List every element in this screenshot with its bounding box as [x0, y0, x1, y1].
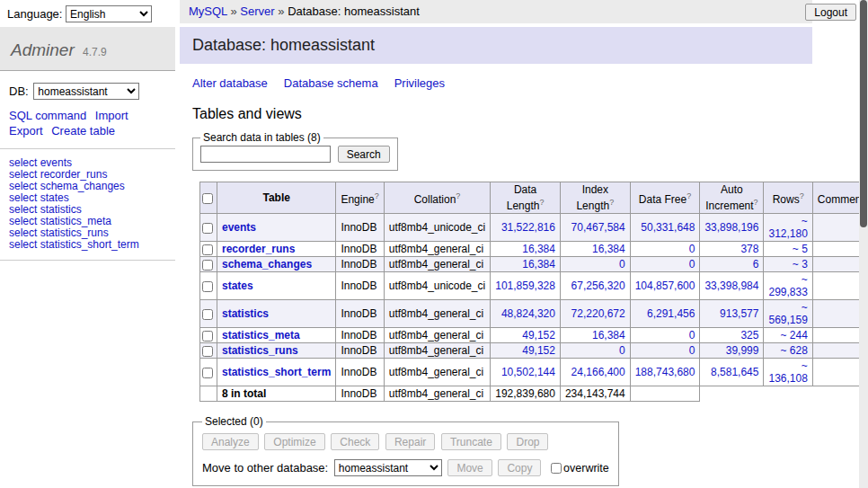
row-checkbox-recorder_runs[interactable] [202, 244, 213, 255]
search-input[interactable] [200, 146, 331, 163]
data-length-link[interactable]: 16,384 [522, 258, 555, 271]
drop-button[interactable]: Drop [507, 433, 548, 450]
sidebar-select-statistics[interactable]: select statistics [9, 204, 166, 216]
column-header-rows[interactable]: Rows? [764, 182, 812, 214]
help-hint-icon[interactable]: ? [609, 198, 614, 207]
column-header-index-length[interactable]: Index Length? [560, 182, 630, 214]
truncate-button[interactable]: Truncate [441, 433, 501, 450]
rows-link[interactable]: ~ 628 [780, 344, 807, 357]
index-length-link[interactable]: 70,467,584 [571, 221, 625, 234]
index-length-link[interactable]: 72,220,672 [571, 307, 625, 320]
scrollbar-thumb[interactable] [860, 0, 867, 227]
sidebar-select-statistics-meta[interactable]: select statistics_meta [9, 216, 166, 227]
language-select[interactable]: English [66, 5, 152, 22]
help-hint-icon[interactable]: ? [754, 198, 758, 207]
table-name-link-statistics[interactable]: statistics [222, 307, 269, 320]
sidebar-select-statistics-short-term[interactable]: select statistics_short_term [9, 239, 166, 251]
analyze-button[interactable]: Analyze [202, 433, 259, 450]
help-hint-icon[interactable]: ? [456, 191, 460, 200]
column-header-data-free[interactable]: Data Free? [630, 182, 700, 214]
index-length-link[interactable]: 0 [619, 344, 625, 357]
help-hint-icon[interactable]: ? [800, 191, 804, 200]
sidebar-select-recorder-runs[interactable]: select recorder_runs [9, 169, 166, 181]
optimize-button[interactable]: Optimize [264, 433, 324, 450]
data-free-link[interactable]: 6,291,456 [647, 307, 695, 320]
check-button[interactable]: Check [331, 433, 379, 450]
data-free-link[interactable]: 188,743,680 [635, 366, 695, 378]
auto-increment-link[interactable]: 33,898,196 [704, 221, 758, 234]
row-checkbox-statistics[interactable] [202, 309, 213, 320]
column-header-data-length[interactable]: Data Length? [491, 182, 561, 214]
create-table-link[interactable]: Create table [51, 124, 115, 138]
sidebar-select-schema-changes[interactable]: select schema_changes [9, 181, 166, 192]
move-button[interactable]: Move [447, 459, 492, 476]
rows-link[interactable]: ~ 5 [793, 243, 808, 255]
alter-database-link[interactable]: Alter database [192, 76, 268, 90]
table-name-link-statistics_meta[interactable]: statistics_meta [222, 329, 300, 342]
data-length-link[interactable]: 31,522,816 [501, 221, 555, 234]
data-length-link[interactable]: 101,859,328 [495, 279, 555, 292]
logout-button[interactable]: Logout [805, 4, 856, 21]
data-free-link[interactable]: 0 [689, 344, 695, 357]
data-length-link[interactable]: 16,384 [522, 243, 555, 255]
database-schema-link[interactable]: Database schema [284, 76, 378, 90]
column-header-engine[interactable]: Engine? [336, 182, 384, 214]
index-length-link[interactable]: 24,166,400 [571, 366, 625, 378]
row-checkbox-statistics_runs[interactable] [202, 346, 213, 357]
rows-link[interactable]: ~ 136,108 [768, 359, 807, 385]
export-link[interactable]: Export [9, 124, 43, 138]
breadcrumb-link-mysql[interactable]: MySQL [189, 4, 227, 18]
select-all-checkbox[interactable] [202, 193, 213, 204]
index-length-link[interactable]: 67,256,320 [571, 279, 625, 292]
help-hint-icon[interactable]: ? [375, 191, 379, 200]
table-name-link-recorder_runs[interactable]: recorder_runs [222, 243, 295, 255]
data-length-link[interactable]: 48,824,320 [501, 307, 555, 320]
row-checkbox-states[interactable] [202, 281, 213, 292]
auto-increment-link[interactable]: 913,577 [720, 307, 758, 320]
app-name-link[interactable]: Adminer [11, 40, 75, 59]
table-name-link-events[interactable]: events [222, 221, 256, 234]
auto-increment-link[interactable]: 6 [753, 258, 759, 271]
auto-increment-link[interactable]: 33,398,984 [704, 279, 758, 292]
auto-increment-link[interactable]: 8,581,645 [711, 366, 758, 378]
sql-command-link[interactable]: SQL command [9, 109, 86, 122]
overwrite-checkbox[interactable] [551, 463, 562, 474]
row-checkbox-schema_changes[interactable] [202, 260, 213, 271]
data-free-link[interactable]: 0 [689, 243, 695, 255]
repair-button[interactable]: Repair [385, 433, 435, 450]
sidebar-select-statistics-runs[interactable]: select statistics_runs [9, 227, 166, 239]
search-button[interactable]: Search [338, 146, 390, 163]
data-length-link[interactable]: 10,502,144 [501, 366, 555, 378]
sidebar-select-events[interactable]: select events [9, 157, 166, 169]
index-length-link[interactable]: 16,384 [592, 243, 625, 255]
scrollbar[interactable] [859, 0, 868, 488]
rows-link[interactable]: ~ 299,833 [768, 273, 807, 298]
db-select[interactable]: homeassistant [33, 83, 139, 100]
rows-link[interactable]: ~ 312,180 [768, 215, 807, 240]
data-free-link[interactable]: 104,857,600 [635, 279, 695, 292]
data-free-link[interactable]: 0 [689, 329, 695, 342]
breadcrumb-link-server[interactable]: Server [240, 4, 274, 18]
rows-link[interactable]: ~ 3 [793, 258, 808, 271]
data-length-link[interactable]: 49,152 [522, 344, 555, 357]
data-free-link[interactable]: 0 [689, 258, 695, 271]
row-checkbox-events[interactable] [202, 223, 213, 234]
index-length-link[interactable]: 0 [619, 258, 625, 271]
auto-increment-link[interactable]: 378 [740, 243, 758, 255]
import-link[interactable]: Import [95, 109, 128, 122]
column-header-collation[interactable]: Collation? [384, 182, 490, 214]
auto-increment-link[interactable]: 39,999 [726, 344, 759, 357]
sidebar-select-states[interactable]: select states [9, 192, 166, 204]
data-free-link[interactable]: 50,331,648 [641, 221, 695, 234]
column-header-table[interactable]: Table [217, 182, 336, 214]
table-name-link-statistics_short_term[interactable]: statistics_short_term [222, 366, 331, 378]
rows-link[interactable]: ~ 569,159 [768, 301, 807, 326]
table-name-link-schema_changes[interactable]: schema_changes [222, 258, 312, 271]
row-checkbox-statistics_meta[interactable] [202, 331, 213, 342]
auto-increment-link[interactable]: 325 [740, 329, 758, 342]
table-name-link-states[interactable]: states [222, 279, 253, 292]
column-header-auto-increment[interactable]: Auto Increment? [700, 182, 764, 214]
data-length-link[interactable]: 49,152 [522, 329, 555, 342]
help-hint-icon[interactable]: ? [686, 191, 691, 200]
copy-button[interactable]: Copy [498, 459, 541, 476]
